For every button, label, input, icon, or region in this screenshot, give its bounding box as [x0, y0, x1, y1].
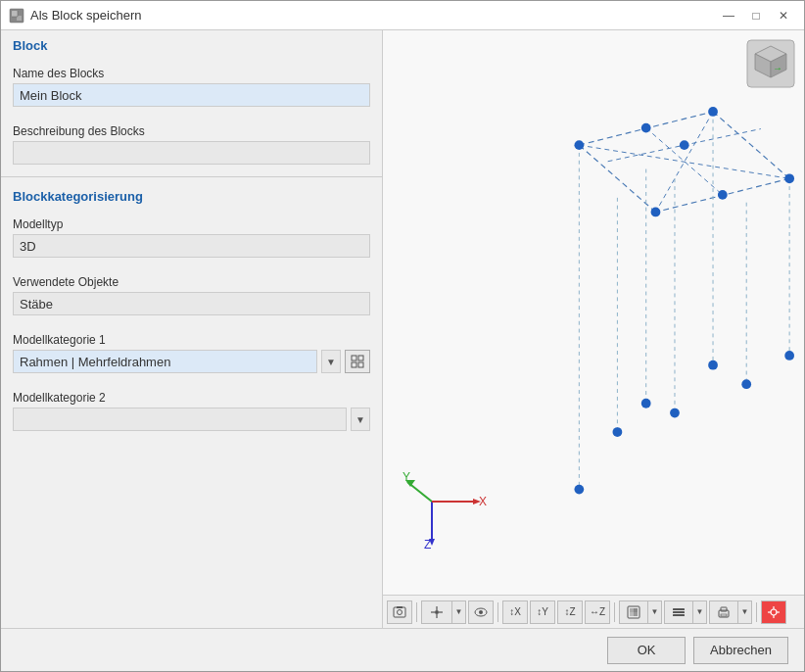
svg-point-27	[651, 208, 661, 217]
title-buttons: — □ ✕	[716, 6, 796, 25]
model-category1-action-btn[interactable]	[345, 350, 370, 373]
right-panel: Z Y X	[383, 30, 804, 628]
maximize-button[interactable]: □	[743, 6, 769, 25]
section-category-header: Blockkategorisierung	[1, 181, 382, 208]
svg-rect-1	[12, 11, 18, 17]
svg-text:X: X	[479, 495, 487, 508]
viewport[interactable]: Z Y X	[383, 30, 804, 595]
svg-rect-54	[397, 606, 402, 608]
svg-text:Y: Y	[402, 472, 410, 484]
model-category1-dropdown-arrow[interactable]: ▼	[321, 350, 341, 373]
svg-point-30	[680, 140, 689, 150]
model-category1-group: Modellkategorie 1 ▼	[1, 323, 382, 381]
screenshot-icon	[393, 605, 406, 619]
title-bar-left: Als Block speichern	[9, 8, 141, 24]
toolbar-dropdown-arrow-1[interactable]: ▼	[452, 600, 466, 624]
model-category2-dropdown-arrow[interactable]: ▼	[351, 408, 370, 431]
cube-icon[interactable]: →	[745, 38, 796, 89]
svg-point-25	[708, 107, 718, 117]
svg-rect-63	[630, 608, 634, 612]
model-type-label: Modelltyp	[13, 217, 370, 231]
toolbar-btn-render[interactable]	[619, 600, 648, 624]
toolbar-dropdown-arrow-4[interactable]: ▼	[738, 600, 752, 624]
eye-icon	[474, 605, 488, 619]
svg-line-15	[579, 145, 789, 178]
svg-text:Z: Z	[424, 538, 431, 551]
model-category2-input[interactable]	[13, 408, 347, 431]
model-type-group: Modelltyp	[1, 208, 382, 265]
toolbar-btn-x1[interactable]: ↕X	[502, 600, 528, 624]
svg-point-73	[771, 609, 777, 615]
toolbar-btn-eye[interactable]	[468, 600, 494, 624]
move-icon	[430, 605, 444, 619]
svg-point-32	[613, 427, 623, 437]
model-category1-wrapper: ▼	[13, 350, 370, 373]
used-objects-label: Verwendete Objekte	[13, 275, 370, 289]
toolbar-btn-settings[interactable]	[761, 600, 786, 624]
toolbar-dropdown-1: ▼	[421, 600, 466, 624]
cube-svg: →	[745, 38, 796, 89]
svg-rect-67	[673, 608, 685, 610]
window-icon	[9, 8, 24, 24]
model-category1-input[interactable]	[13, 350, 317, 373]
section-block-header: Block	[1, 30, 382, 57]
svg-point-61	[479, 610, 483, 614]
toolbar-btn-z2[interactable]: ↔Z	[585, 600, 610, 624]
bottom-toolbar: ▼ ↕X ↕Y ↕Z	[383, 595, 804, 628]
x1-label: ↕X	[509, 606, 521, 617]
svg-point-53	[398, 609, 402, 614]
layers-icon	[672, 605, 686, 619]
svg-point-29	[718, 190, 728, 200]
z2-label: ↔Z	[590, 606, 605, 617]
svg-rect-66	[634, 612, 638, 616]
print-icon	[717, 605, 731, 619]
close-button[interactable]: ✕	[771, 6, 796, 25]
left-bottom-area	[1, 439, 382, 628]
toolbar-btn-layers[interactable]	[664, 600, 693, 624]
toolbar-btn-z1[interactable]: ↕Z	[557, 600, 583, 624]
used-objects-group: Verwendete Objekte	[1, 265, 382, 323]
block-name-group: Name des Blocks	[1, 57, 382, 115]
svg-text:→: →	[773, 63, 782, 73]
model-category2-wrapper: ▼	[13, 408, 370, 431]
svg-point-37	[641, 399, 651, 408]
model-category2-label: Modellkategorie 2	[13, 391, 370, 405]
block-description-label: Beschreibung des Blocks	[13, 124, 370, 138]
screenshot-btn[interactable]	[387, 600, 412, 624]
toolbar-dropdown-arrow-2[interactable]: ▼	[648, 600, 662, 624]
main-content: Block Name des Blocks Beschreibung des B…	[1, 30, 804, 628]
svg-point-36	[741, 379, 751, 389]
block-name-input[interactable]	[13, 83, 370, 107]
svg-point-31	[574, 485, 584, 495]
render-icon	[627, 605, 640, 619]
svg-rect-68	[673, 611, 685, 613]
svg-point-34	[708, 360, 718, 370]
svg-rect-65	[630, 612, 634, 616]
window-title: Als Block speichern	[30, 8, 141, 23]
minimize-button[interactable]: —	[716, 6, 741, 25]
toolbar-btn-y1[interactable]: ↕Y	[530, 600, 555, 624]
toolbar-btn-1[interactable]	[421, 600, 452, 624]
svg-rect-52	[394, 607, 405, 617]
toolbar-dropdown-arrow-3[interactable]: ▼	[693, 600, 707, 624]
footer: OK Abbrechen	[1, 628, 804, 671]
model-type-input[interactable]	[13, 234, 370, 258]
settings-icon	[767, 605, 781, 619]
separator-3	[614, 602, 615, 622]
svg-rect-8	[358, 362, 363, 367]
svg-point-26	[784, 173, 794, 183]
cancel-button[interactable]: Abbrechen	[693, 637, 788, 664]
separator-1	[416, 602, 417, 622]
divider-1	[1, 176, 382, 177]
used-objects-input[interactable]	[13, 292, 370, 315]
block-description-input[interactable]	[13, 141, 370, 165]
svg-line-12	[579, 145, 655, 212]
toolbar-dropdown-4: ▼	[709, 600, 752, 624]
ok-button[interactable]: OK	[607, 637, 686, 664]
svg-rect-6	[358, 356, 363, 360]
toolbar-btn-print[interactable]	[709, 600, 738, 624]
separator-2	[497, 602, 498, 622]
separator-4	[756, 602, 757, 622]
svg-point-35	[784, 351, 794, 360]
svg-rect-7	[352, 362, 356, 367]
